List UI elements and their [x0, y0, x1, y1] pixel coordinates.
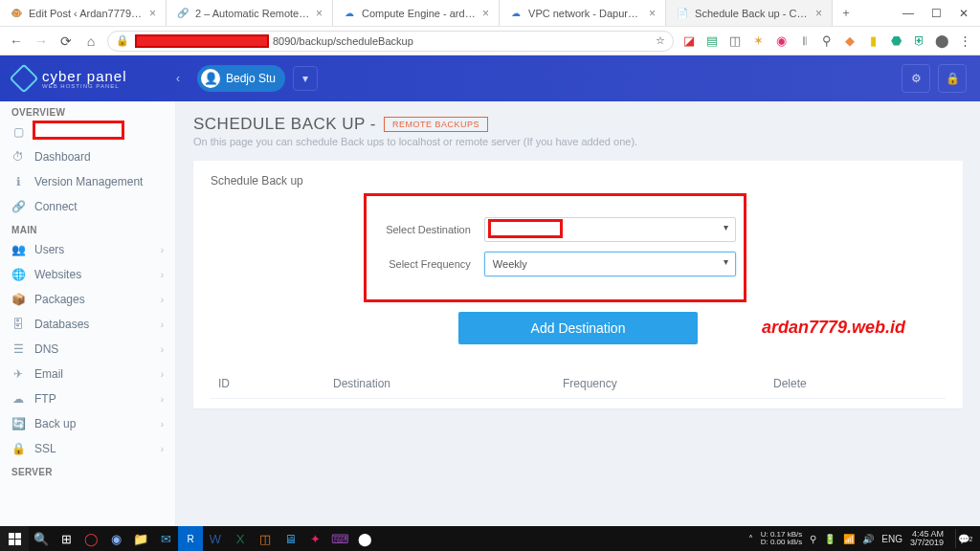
tray-battery-icon[interactable]: 🔋 [824, 534, 835, 544]
home-button[interactable]: ⌂ [82, 33, 100, 49]
ext-icon[interactable]: ◫ [727, 33, 743, 49]
forward-button[interactable]: → [33, 33, 50, 49]
taskbar-app[interactable]: ✦ [302, 526, 327, 551]
window-close-icon[interactable]: ✕ [959, 7, 969, 20]
sidebar-item-version[interactable]: ℹ Version Management [0, 169, 175, 194]
sidebar-item-backup[interactable]: 🔄Back up› [0, 411, 175, 436]
taskbar-app[interactable]: R [178, 526, 203, 551]
window-maximize-icon[interactable]: ☐ [931, 7, 942, 20]
tab-close-icon[interactable]: × [316, 7, 323, 20]
taskbar-app[interactable]: ⌨ [327, 526, 352, 551]
browser-tab-active[interactable]: 📄 Schedule Back up - CyberPane… × [666, 0, 833, 26]
taskbar-app[interactable]: 📁 [128, 526, 153, 551]
ext-icon[interactable]: ⦀ [796, 33, 812, 49]
browser-tab[interactable]: ☁ VPC network - DapurBedjoStu… × [500, 0, 666, 26]
brand[interactable]: cyber panel WEB HOSTING PANEL [13, 68, 176, 89]
redacted-host [135, 34, 269, 48]
sidebar-item-label: Back up [34, 417, 76, 430]
address-bar[interactable]: 🔒 8090/backup/scheduleBackup ☆ [107, 31, 674, 52]
ext-icon[interactable]: ▤ [704, 33, 720, 49]
taskbar-app[interactable]: ◯ [78, 526, 103, 551]
page-title-text: SCHEDULE BACK UP - [193, 115, 376, 134]
ext-icon[interactable]: ◪ [681, 33, 697, 49]
ext-icon[interactable]: ▮ [865, 33, 880, 49]
tab-title: 2 – Automatic Remote Backup… [195, 8, 310, 19]
tray-icon[interactable]: ⚲ [810, 534, 816, 544]
sidebar-item-dashboard[interactable]: ⏱ Dashboard [0, 144, 175, 169]
sidebar-item-users[interactable]: 👥Users› [0, 237, 175, 262]
sidebar-item-packages[interactable]: 📦Packages› [0, 287, 175, 312]
window-minimize-icon[interactable]: — [902, 7, 914, 20]
sidebar-collapse-icon[interactable]: ‹ [176, 72, 180, 85]
favicon: 🐵 [10, 7, 23, 20]
bookmark-star-icon[interactable]: ☆ [656, 34, 665, 47]
sidebar-item-databases[interactable]: 🗄Databases› [0, 312, 175, 337]
settings-button[interactable]: ⚙ [902, 64, 930, 93]
user-menu[interactable]: 👤 Bedjo Stu [197, 65, 285, 92]
sidebar-item-ssl[interactable]: 🔒SSL› [0, 436, 175, 461]
email-icon: ✈ [11, 367, 25, 381]
laptop-icon: ▢ [11, 125, 25, 139]
ext-icon[interactable]: ⛨ [911, 33, 926, 49]
tab-close-icon[interactable]: × [482, 7, 489, 20]
sidebar-item-dns[interactable]: ☰DNS› [0, 337, 175, 362]
sidebar-item-redacted[interactable]: ▢ [0, 120, 175, 144]
ext-icon[interactable]: ⚲ [819, 33, 835, 49]
new-tab-button[interactable]: ＋ [833, 0, 859, 26]
tray-clock[interactable]: 4:45 AM 3/7/2019 [910, 530, 944, 547]
tab-close-icon[interactable]: × [649, 7, 656, 20]
sidebar-item-label: DNS [34, 342, 58, 356]
user-name: Bedjo Stu [226, 72, 276, 85]
reload-button[interactable]: ⟳ [57, 33, 75, 49]
taskbar-search-icon[interactable]: 🔍 [29, 526, 54, 551]
taskbar-app[interactable]: ◫ [253, 526, 278, 551]
select-frequency[interactable]: Weekly [484, 252, 736, 276]
ext-icon[interactable]: ⬤ [934, 33, 949, 49]
tray-wifi-icon[interactable]: 📶 [843, 534, 855, 544]
add-destination-button[interactable]: Add Destination [458, 312, 698, 344]
ext-icon[interactable]: ⬣ [888, 33, 903, 49]
sidebar-item-email[interactable]: ✈Email› [0, 362, 175, 386]
tab-close-icon[interactable]: × [815, 7, 822, 20]
app-header: cyber panel WEB HOSTING PANEL ‹ 👤 Bedjo … [0, 55, 980, 101]
chevron-right-icon: › [161, 245, 164, 255]
tab-list: 🐵 Edit Post ‹ Ardan7779 — Word… × 🔗 2 – … [0, 0, 891, 26]
taskbar-taskview-icon[interactable]: ⊞ [54, 526, 78, 551]
action-center-icon[interactable]: 💬2 [955, 529, 974, 548]
tab-close-icon[interactable]: × [149, 7, 156, 20]
taskbar-app[interactable]: W [203, 526, 228, 551]
taskbar-app[interactable]: 🖥 [278, 526, 302, 551]
sidebar-item-websites[interactable]: 🌐Websites› [0, 262, 175, 287]
lock-button[interactable]: 🔒 [938, 64, 967, 93]
menu-icon[interactable]: ⋮ [957, 33, 972, 49]
browser-tab[interactable]: ☁ Compute Engine - ardan7779… × [333, 0, 500, 26]
col-id: ID [218, 377, 333, 390]
browser-tabstrip: 🐵 Edit Post ‹ Ardan7779 — Word… × 🔗 2 – … [0, 0, 980, 27]
taskbar-app[interactable]: ⬤ [352, 526, 377, 551]
favicon: ☁ [509, 7, 523, 20]
sidebar-item-label: Email [34, 367, 63, 381]
user-dropdown-caret[interactable]: ▾ [293, 66, 318, 91]
back-button[interactable]: ← [8, 33, 25, 49]
ext-icon[interactable]: ✶ [750, 33, 766, 49]
browser-tab[interactable]: 🔗 2 – Automatic Remote Backup… × [167, 0, 333, 26]
url-path: 8090/backup/scheduleBackup [273, 35, 413, 47]
taskbar-app[interactable]: X [228, 526, 253, 551]
taskbar-app[interactable]: ◉ [103, 526, 128, 551]
tray-chevron-up-icon[interactable]: ˄ [748, 534, 753, 544]
windows-logo-icon [9, 533, 21, 545]
ext-icon[interactable]: ◆ [842, 33, 858, 49]
sidebar-item-label: FTP [34, 392, 56, 406]
start-button[interactable] [0, 526, 29, 551]
tray-language[interactable]: ENG [881, 534, 902, 544]
sidebar-item-connect[interactable]: 🔗 Connect [0, 194, 175, 219]
cloud-icon: ☁ [11, 392, 25, 406]
chevron-right-icon: › [161, 295, 164, 305]
browser-tab[interactable]: 🐵 Edit Post ‹ Ardan7779 — Word… × [0, 0, 167, 26]
ext-icon[interactable]: ◉ [773, 33, 789, 49]
chevron-right-icon: › [161, 270, 164, 280]
tray-volume-icon[interactable]: 🔊 [862, 534, 874, 544]
chevron-right-icon: › [161, 394, 164, 405]
sidebar-item-ftp[interactable]: ☁FTP› [0, 386, 175, 411]
taskbar-app[interactable]: ✉ [153, 526, 178, 551]
